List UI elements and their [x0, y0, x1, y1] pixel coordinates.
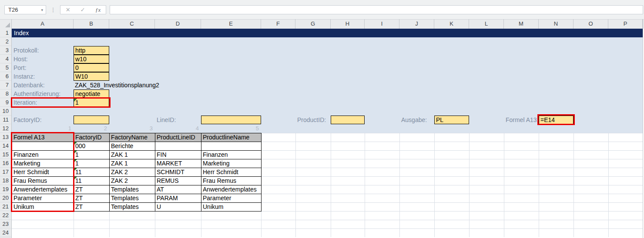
- table-header-cell[interactable]: Formel A13: [12, 133, 74, 142]
- label-productid[interactable]: ProductID:: [297, 116, 326, 124]
- row-header[interactable]: 14: [0, 142, 11, 150]
- table-cell[interactable]: Parameter: [12, 194, 74, 203]
- input-authentifizierung[interactable]: negotiate: [74, 89, 109, 98]
- row-header[interactable]: 5: [0, 63, 11, 72]
- label-factoryid[interactable]: FactoryID:: [13, 116, 42, 124]
- value-datenbank[interactable]: ZAK_528_Investitionsplanung2: [75, 81, 159, 89]
- row-header[interactable]: 20: [0, 194, 11, 202]
- table-cell[interactable]: Finanzen: [12, 151, 74, 159]
- column-header[interactable]: J: [399, 19, 434, 29]
- input-factoryid[interactable]: [74, 116, 109, 124]
- input-protokoll[interactable]: http: [74, 46, 109, 55]
- column-header[interactable]: H: [331, 19, 365, 29]
- table-cell[interactable]: REMUS: [155, 177, 201, 185]
- table-cell[interactable]: ZAK 1: [110, 159, 155, 168]
- column-header[interactable]: A: [12, 19, 74, 29]
- row-header[interactable]: 16: [0, 159, 11, 168]
- table-cell[interactable]: Templates: [110, 203, 155, 212]
- column-header[interactable]: I: [365, 19, 399, 29]
- cancel-icon[interactable]: ✕: [66, 7, 70, 13]
- label-instanz[interactable]: Instanz:: [13, 72, 35, 81]
- table-cell[interactable]: Frau Remus: [12, 177, 74, 185]
- table-cell[interactable]: Unikum: [201, 203, 262, 212]
- row-header[interactable]: 13: [0, 133, 11, 142]
- table-cell[interactable]: Frau Remus: [201, 177, 262, 185]
- table-cell[interactable]: ZAK 2: [110, 168, 155, 177]
- table-cell[interactable]: PARAM: [155, 194, 201, 203]
- row-header[interactable]: 1: [0, 29, 11, 37]
- table-cell[interactable]: 000: [74, 142, 110, 151]
- row-header[interactable]: 12: [0, 124, 11, 133]
- column-header[interactable]: F: [261, 19, 295, 29]
- table-cell[interactable]: [12, 142, 74, 151]
- row-header[interactable]: 4: [0, 55, 11, 63]
- row-header[interactable]: 8: [0, 89, 11, 98]
- row-header[interactable]: 3: [0, 46, 11, 55]
- column-header[interactable]: L: [469, 19, 504, 29]
- label-iteration[interactable]: Iteration:: [13, 98, 37, 107]
- table-cell[interactable]: FIN: [155, 151, 201, 159]
- label-host[interactable]: Host:: [13, 55, 28, 63]
- table-header-cell[interactable]: ProductLineID: [155, 133, 201, 142]
- row-header[interactable]: 21: [0, 202, 11, 211]
- row-header[interactable]: 18: [0, 176, 11, 185]
- input-productid[interactable]: [331, 116, 365, 124]
- column-header[interactable]: G: [295, 19, 331, 29]
- table-header-cell[interactable]: FactoryName: [110, 133, 155, 142]
- input-host[interactable]: w10: [74, 55, 109, 63]
- table-cell[interactable]: Parameter: [201, 194, 262, 203]
- table-cell[interactable]: Finanzen: [201, 151, 262, 159]
- table-cell[interactable]: [201, 142, 262, 151]
- table-cell[interactable]: Templates: [110, 185, 155, 194]
- insert-function-icon[interactable]: ƒx: [95, 7, 101, 13]
- table-cell[interactable]: Templates: [110, 194, 155, 203]
- label-protokoll[interactable]: Protokoll:: [13, 46, 39, 55]
- row-header[interactable]: 9: [0, 98, 11, 107]
- table-cell[interactable]: U: [155, 203, 201, 212]
- row-header[interactable]: 11: [0, 116, 11, 124]
- input-formel-a13[interactable]: =E14: [539, 116, 574, 124]
- row-header[interactable]: 23: [0, 220, 11, 228]
- row-header[interactable]: 22: [0, 211, 11, 220]
- column-header[interactable]: E: [201, 19, 261, 29]
- input-ausgabe[interactable]: PL: [434, 116, 469, 124]
- row-header[interactable]: 15: [0, 150, 11, 159]
- table-cell[interactable]: Anwendertemplates: [12, 185, 74, 194]
- table-cell[interactable]: Marketing: [201, 159, 262, 168]
- table-cell[interactable]: Herr Schmidt: [201, 168, 262, 177]
- select-all-corner[interactable]: [0, 19, 12, 29]
- label-port[interactable]: Port:: [13, 63, 27, 72]
- table-cell[interactable]: 11: [74, 168, 110, 177]
- input-instanz[interactable]: W10: [74, 72, 109, 81]
- table-cell[interactable]: ZAK 2: [110, 177, 155, 185]
- table-cell[interactable]: 1: [74, 151, 110, 159]
- table-cell[interactable]: ZT: [74, 203, 110, 212]
- column-header[interactable]: C: [109, 19, 155, 29]
- column-header[interactable]: M: [504, 19, 539, 29]
- label-authentifizierung[interactable]: Authentifizierung:: [13, 89, 60, 98]
- input-iteration[interactable]: 1: [74, 98, 109, 107]
- row-header[interactable]: 17: [0, 168, 11, 176]
- name-box[interactable]: T26 ▾: [4, 5, 46, 14]
- row-header[interactable]: 24: [0, 228, 11, 237]
- column-header[interactable]: D: [155, 19, 201, 29]
- formula-bar-input[interactable]: [110, 5, 643, 14]
- row-header[interactable]: 2: [0, 37, 11, 46]
- table-cell[interactable]: Marketing: [12, 159, 74, 168]
- column-header[interactable]: P: [608, 19, 643, 29]
- name-box-dropdown-icon[interactable]: ▾: [41, 8, 46, 12]
- confirm-icon[interactable]: ✓: [80, 7, 85, 13]
- table-cell[interactable]: Berichte: [110, 142, 155, 151]
- table-cell[interactable]: 1: [74, 159, 110, 168]
- column-header[interactable]: B: [74, 19, 109, 29]
- table-cell[interactable]: [155, 142, 201, 151]
- table-cell[interactable]: Herr Schmidt: [12, 168, 74, 177]
- label-datenbank[interactable]: Datenbank:: [13, 81, 45, 89]
- table-cell[interactable]: SCHMIDT: [155, 168, 201, 177]
- column-header[interactable]: N: [539, 19, 574, 29]
- table-cell[interactable]: 11: [74, 177, 110, 185]
- column-header[interactable]: K: [434, 19, 469, 29]
- label-formel-a13[interactable]: Formel A13:: [506, 116, 538, 124]
- label-ausgabe[interactable]: Ausgabe:: [401, 116, 427, 124]
- table-cell[interactable]: ZAK 1: [110, 151, 155, 159]
